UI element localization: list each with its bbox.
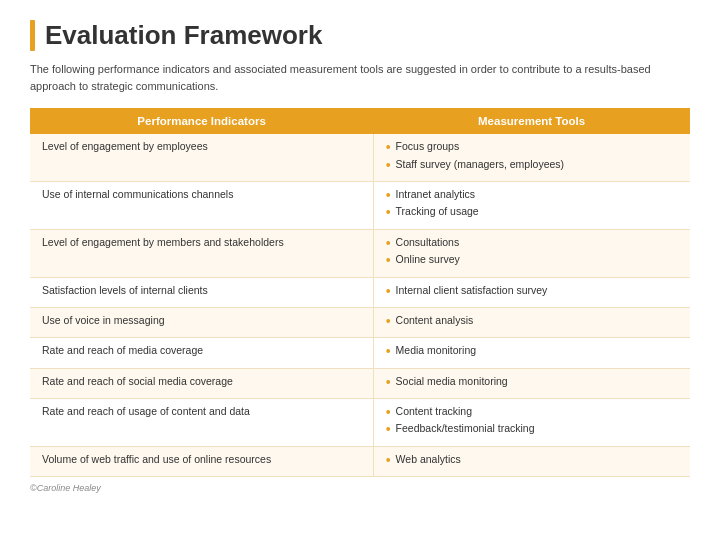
title-accent bbox=[30, 20, 35, 51]
bullet-dot: • bbox=[386, 205, 391, 220]
col1-header: Performance Indicators bbox=[30, 108, 373, 134]
tool-text: Social media monitoring bbox=[396, 375, 508, 387]
table-row: Level of engagement by members and stake… bbox=[30, 229, 690, 277]
tool-text: Staff survey (managers, employees) bbox=[396, 158, 564, 170]
table-row: Rate and reach of media coverage•Media m… bbox=[30, 338, 690, 368]
table-row: Rate and reach of social media coverage•… bbox=[30, 368, 690, 398]
bullet-item: •Focus groups bbox=[386, 140, 678, 155]
bullet-item: •Content tracking bbox=[386, 405, 678, 420]
bullet-dot: • bbox=[386, 236, 391, 251]
table-row: Use of voice in messaging•Content analys… bbox=[30, 307, 690, 337]
bullet-dot: • bbox=[386, 188, 391, 203]
col2-header: Measurement Tools bbox=[373, 108, 690, 134]
indicator-cell: Use of internal communications channels bbox=[30, 181, 373, 229]
tool-text: Focus groups bbox=[396, 140, 460, 152]
bullet-dot: • bbox=[386, 253, 391, 268]
tool-text: Media monitoring bbox=[396, 344, 477, 356]
indicator-cell: Use of voice in messaging bbox=[30, 307, 373, 337]
tool-text: Online survey bbox=[396, 253, 460, 265]
footer-credit: ©Caroline Healey bbox=[30, 483, 690, 493]
tools-cell: •Content tracking•Feedback/testimonial t… bbox=[373, 399, 690, 447]
tool-text: Consultations bbox=[396, 236, 460, 248]
tools-cell: •Internal client satisfaction survey bbox=[373, 277, 690, 307]
bullet-dot: • bbox=[386, 344, 391, 359]
indicator-cell: Level of engagement by employees bbox=[30, 134, 373, 181]
tools-cell: •Consultations•Online survey bbox=[373, 229, 690, 277]
table-row: Level of engagement by employees•Focus g… bbox=[30, 134, 690, 181]
bullet-item: •Intranet analytics bbox=[386, 188, 678, 203]
tools-cell: •Intranet analytics•Tracking of usage bbox=[373, 181, 690, 229]
bullet-dot: • bbox=[386, 422, 391, 437]
bullet-dot: • bbox=[386, 158, 391, 173]
bullet-dot: • bbox=[386, 284, 391, 299]
page-title: Evaluation Framework bbox=[45, 20, 322, 51]
indicator-cell: Rate and reach of social media coverage bbox=[30, 368, 373, 398]
table-row: Rate and reach of usage of content and d… bbox=[30, 399, 690, 447]
tools-cell: •Focus groups•Staff survey (managers, em… bbox=[373, 134, 690, 181]
tool-text: Web analytics bbox=[396, 453, 461, 465]
bullet-item: •Social media monitoring bbox=[386, 375, 678, 390]
tools-cell: •Social media monitoring bbox=[373, 368, 690, 398]
table-row: Satisfaction levels of internal clients•… bbox=[30, 277, 690, 307]
tools-cell: •Web analytics bbox=[373, 446, 690, 476]
bullet-dot: • bbox=[386, 405, 391, 420]
bullet-dot: • bbox=[386, 375, 391, 390]
indicator-cell: Level of engagement by members and stake… bbox=[30, 229, 373, 277]
tool-text: Feedback/testimonial tracking bbox=[396, 422, 535, 434]
tool-text: Content analysis bbox=[396, 314, 474, 326]
bullet-item: •Tracking of usage bbox=[386, 205, 678, 220]
indicator-cell: Volume of web traffic and use of online … bbox=[30, 446, 373, 476]
bullet-dot: • bbox=[386, 453, 391, 468]
bullet-dot: • bbox=[386, 140, 391, 155]
indicator-cell: Rate and reach of usage of content and d… bbox=[30, 399, 373, 447]
bullet-item: •Online survey bbox=[386, 253, 678, 268]
bullet-item: •Content analysis bbox=[386, 314, 678, 329]
tools-cell: •Media monitoring bbox=[373, 338, 690, 368]
tool-text: Internal client satisfaction survey bbox=[396, 284, 548, 296]
bullet-item: •Staff survey (managers, employees) bbox=[386, 158, 678, 173]
tools-cell: •Content analysis bbox=[373, 307, 690, 337]
table-row: Use of internal communications channels•… bbox=[30, 181, 690, 229]
tool-text: Tracking of usage bbox=[396, 205, 479, 217]
table-row: Volume of web traffic and use of online … bbox=[30, 446, 690, 476]
indicator-cell: Rate and reach of media coverage bbox=[30, 338, 373, 368]
bullet-item: •Web analytics bbox=[386, 453, 678, 468]
subtitle-text: The following performance indicators and… bbox=[30, 61, 690, 94]
evaluation-table: Performance Indicators Measurement Tools… bbox=[30, 108, 690, 477]
tool-text: Intranet analytics bbox=[396, 188, 475, 200]
indicator-cell: Satisfaction levels of internal clients bbox=[30, 277, 373, 307]
bullet-item: •Feedback/testimonial tracking bbox=[386, 422, 678, 437]
title-bar: Evaluation Framework bbox=[30, 20, 690, 51]
bullet-item: •Media monitoring bbox=[386, 344, 678, 359]
page: Evaluation Framework The following perfo… bbox=[0, 0, 720, 503]
tool-text: Content tracking bbox=[396, 405, 472, 417]
bullet-item: •Consultations bbox=[386, 236, 678, 251]
bullet-item: •Internal client satisfaction survey bbox=[386, 284, 678, 299]
bullet-dot: • bbox=[386, 314, 391, 329]
